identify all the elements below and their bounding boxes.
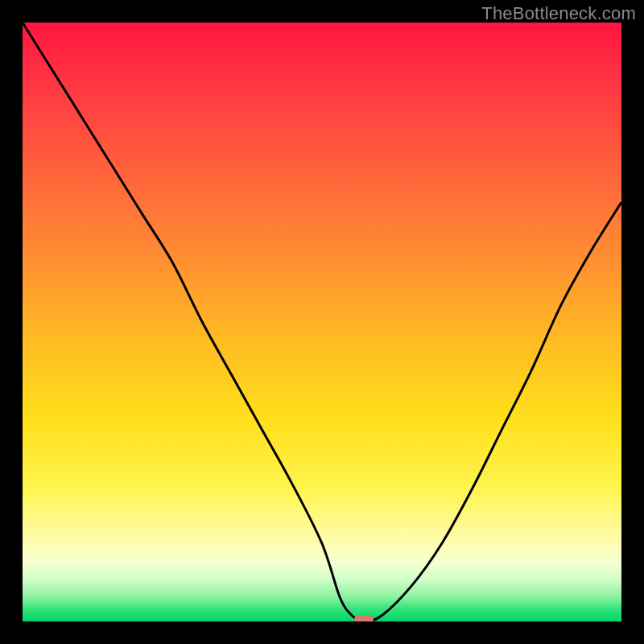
plot-area bbox=[23, 23, 621, 621]
watermark-text: TheBottleneck.com bbox=[481, 3, 636, 24]
chart-frame: TheBottleneck.com bbox=[0, 0, 644, 644]
optimal-point-marker bbox=[354, 615, 374, 621]
curve-path bbox=[23, 23, 621, 621]
bottleneck-curve bbox=[23, 23, 621, 621]
